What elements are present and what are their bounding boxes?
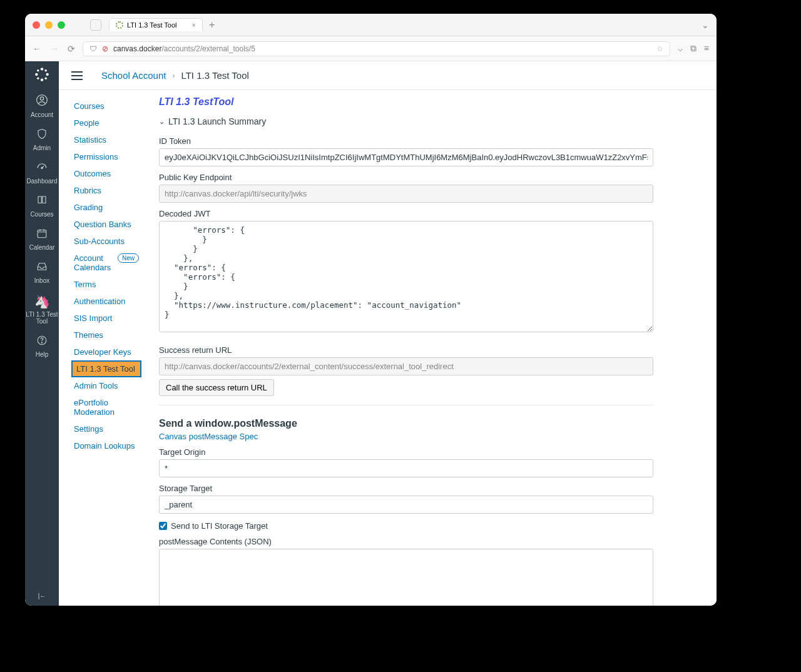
jwt-textarea[interactable] [159, 221, 653, 332]
menu-icon[interactable]: ≡ [704, 43, 709, 54]
chevron-right-icon: › [172, 71, 175, 80]
subnav-domain-lookups[interactable]: Domain Lookups [71, 437, 141, 454]
tab-favicon-icon [116, 21, 123, 29]
post-message-heading: Send a window.postMessage [159, 418, 710, 429]
speedometer-icon [36, 161, 48, 176]
svg-point-4 [37, 69, 39, 71]
nav-inbox[interactable]: Inbox [25, 256, 59, 289]
global-nav: Account Admin Dashboard Courses Calendar… [25, 61, 59, 606]
svg-point-3 [46, 73, 49, 76]
titlebar: LTI 1.3 Test Tool × + ⌄ [25, 14, 717, 36]
subnav-people[interactable]: People [71, 115, 141, 131]
subnav-themes[interactable]: Themes [71, 327, 141, 344]
subnav-outcomes[interactable]: Outcomes [71, 165, 141, 182]
maximize-window-button[interactable] [58, 21, 65, 29]
back-button[interactable]: ← [33, 44, 41, 54]
inbox-icon [36, 261, 48, 275]
send-to-storage-label: Send to LTI Storage Target [171, 521, 268, 531]
new-badge: New [118, 253, 139, 263]
nav-account[interactable]: Account [25, 89, 59, 123]
success-url-label: Success return URL [159, 345, 710, 355]
svg-rect-11 [38, 230, 46, 238]
nav-dashboard[interactable]: Dashboard [25, 156, 59, 190]
subnav-sis-import[interactable]: SIS Import [71, 310, 141, 327]
subnav-sub-accounts[interactable]: Sub-Accounts [71, 233, 141, 250]
subnav-permissions[interactable]: Permissions [71, 148, 141, 165]
url-domain: canvas.docker [113, 44, 161, 53]
chevron-down-icon: ⌄ [159, 118, 165, 126]
reload-button[interactable]: ⟳ [68, 44, 75, 54]
nav-lti-tool[interactable]: 🦄 LTI 1.3 Test Tool [25, 289, 59, 330]
subnav-statistics[interactable]: Statistics [71, 131, 141, 148]
calendar-icon [36, 228, 48, 242]
page-body: LTI 1.3 TestTool ⌄ LTI 1.3 Launch Summar… [146, 90, 717, 606]
subnav-eportfolio-moderation[interactable]: ePortfolio Moderation [71, 394, 141, 420]
url-field[interactable]: 🛡︎ ⊘ canvas.docker/accounts/2/external_t… [83, 41, 670, 56]
bookmark-star-icon[interactable]: ☆ [656, 44, 663, 53]
target-origin-label: Target Origin [159, 447, 710, 457]
pocket-icon[interactable]: ⌵ [678, 43, 683, 54]
storage-target-label: Storage Target [159, 484, 710, 493]
svg-point-13 [41, 342, 42, 343]
subnav-account-calendars[interactable]: Account Calendars [71, 250, 115, 276]
target-origin-input[interactable] [159, 459, 653, 477]
hamburger-menu-button[interactable] [71, 71, 83, 80]
minimize-window-button[interactable] [45, 21, 53, 29]
post-message-spec-link[interactable]: Canvas postMessage Spec [159, 432, 258, 441]
svg-point-6 [37, 77, 39, 79]
svg-point-9 [40, 97, 43, 100]
storage-target-input[interactable] [159, 496, 653, 514]
subnav-developer-keys[interactable]: Developer Keys [71, 344, 141, 360]
forward-button[interactable]: → [50, 44, 59, 54]
nav-courses[interactable]: Courses [25, 190, 59, 223]
url-path: /accounts/2/external_tools/5 [161, 44, 255, 53]
id-token-label: ID Token [159, 136, 710, 146]
subnav-authentication[interactable]: Authentication [71, 293, 141, 310]
app-shell: Account Admin Dashboard Courses Calendar… [25, 61, 717, 606]
subnav-settings[interactable]: Settings [71, 420, 141, 437]
subnav-grading[interactable]: Grading [71, 199, 141, 216]
subnav-terms[interactable]: Terms [71, 276, 141, 293]
pubkey-input[interactable] [159, 185, 653, 203]
book-icon [36, 195, 48, 209]
send-to-storage-checkbox[interactable] [159, 522, 167, 530]
url-bar: ← → ⟳ 🛡︎ ⊘ canvas.docker/accounts/2/exte… [25, 36, 717, 61]
launch-summary-toggle[interactable]: ⌄ LTI 1.3 Launch Summary [159, 113, 710, 130]
subnav-courses[interactable]: Courses [71, 98, 141, 115]
breadcrumb-current: LTI 1.3 Test Tool [181, 70, 248, 81]
post-contents-textarea[interactable] [159, 549, 653, 606]
subnav-question-banks[interactable]: Question Banks [71, 216, 141, 233]
sub-navigation: Courses People Statistics Permissions Ou… [59, 90, 146, 606]
user-circle-icon [36, 94, 48, 109]
unicorn-icon: 🦄 [34, 294, 50, 309]
nav-admin[interactable]: Admin [25, 123, 59, 156]
canvas-logo-icon[interactable] [33, 65, 51, 84]
browser-tab[interactable]: LTI 1.3 Test Tool × [109, 18, 203, 31]
dropdown-caret-icon[interactable]: ⌄ [702, 20, 709, 30]
success-url-input[interactable] [159, 357, 653, 375]
launch-summary-label: LTI 1.3 Launch Summary [168, 116, 266, 126]
sidebar-toggle-icon[interactable] [90, 19, 101, 31]
nav-calendar[interactable]: Calendar [25, 223, 59, 256]
id-token-input[interactable] [159, 148, 653, 166]
extensions-icon[interactable]: ⧉ [690, 43, 696, 54]
collapse-nav-button[interactable]: |← [25, 586, 59, 606]
shield-icon: 🛡︎ [89, 44, 97, 53]
call-success-url-button[interactable]: Call the success return URL [159, 379, 274, 396]
tab-close-icon[interactable]: × [192, 21, 196, 29]
breadcrumb-root[interactable]: School Account [101, 70, 166, 81]
window-controls [33, 21, 65, 29]
svg-point-5 [44, 69, 46, 71]
close-window-button[interactable] [33, 21, 40, 29]
subnav-rubrics[interactable]: Rubrics [71, 182, 141, 199]
svg-point-7 [44, 77, 46, 79]
nav-help[interactable]: Help [25, 330, 59, 363]
svg-point-2 [35, 73, 38, 76]
subnav-admin-tools[interactable]: Admin Tools [71, 377, 141, 394]
svg-point-0 [41, 68, 43, 70]
svg-point-10 [41, 167, 43, 168]
subnav-lti-test-tool[interactable]: LTI 1.3 Test Tool [71, 360, 141, 377]
svg-point-1 [41, 79, 43, 81]
page-title: LTI 1.3 TestTool [159, 96, 710, 108]
new-tab-button[interactable]: + [209, 19, 215, 31]
